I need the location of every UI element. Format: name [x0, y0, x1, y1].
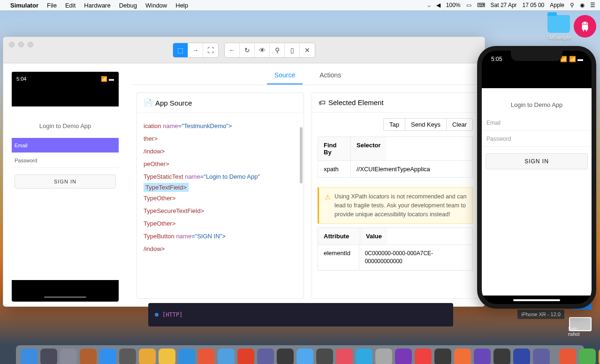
zoom-window-button[interactable] — [28, 42, 33, 47]
tab-source[interactable]: Source — [267, 67, 303, 84]
home-indicator — [44, 296, 86, 298]
preview-email-field[interactable]: Email — [12, 138, 119, 153]
refresh-button[interactable]: ↻ — [240, 43, 255, 57]
menu-file[interactable]: File — [47, 2, 57, 9]
dock-app-20[interactable] — [415, 349, 432, 364]
source-node[interactable]: peOther> — [144, 158, 297, 170]
menu-debug[interactable]: Debug — [119, 2, 137, 9]
dock-app-0[interactable] — [21, 349, 38, 364]
date[interactable]: Sat 27 Apr — [491, 2, 517, 8]
dock-app-22[interactable] — [454, 349, 471, 364]
sim-password-field[interactable]: Password — [482, 131, 592, 147]
source-node[interactable]: /indow> — [144, 145, 297, 158]
source-node[interactable]: TypeButton name="SIGN IN"> — [144, 230, 297, 243]
dock-app-18[interactable] — [375, 349, 392, 364]
dock-app-7[interactable] — [159, 349, 175, 364]
select-tool-button[interactable]: ⬚ — [173, 43, 188, 57]
simulator-device-label: iPhone XR - 12.0 — [517, 310, 564, 319]
preview-signin-button[interactable]: SIGN IN — [15, 174, 116, 189]
dock-app-19[interactable] — [395, 349, 412, 364]
terminal-window[interactable]: [HTTP] — [148, 303, 453, 326]
source-node[interactable]: ication name="TestmunkDemo"> — [144, 120, 297, 132]
close-window-button[interactable] — [9, 42, 15, 47]
source-node[interactable]: TypeStaticText name="Login to Demo App" — [144, 170, 297, 183]
dock[interactable] — [16, 345, 584, 364]
dock-app-11[interactable] — [237, 349, 254, 364]
source-node[interactable]: TypeOther> — [144, 192, 297, 205]
source-node[interactable]: ther> — [144, 132, 297, 145]
inspector-tabs: Source Actions — [131, 63, 485, 85]
copy-button[interactable]: ▯ — [285, 43, 300, 57]
volume-icon[interactable]: ◀ — [436, 2, 441, 8]
siri-icon[interactable]: ◉ — [580, 2, 585, 8]
menu-hardware[interactable]: Hardware — [84, 2, 110, 9]
input-icon[interactable]: ⌨ — [477, 2, 485, 8]
source-node[interactable]: TypeOther> — [144, 217, 297, 230]
dock-app-23[interactable] — [474, 349, 491, 364]
sim-home-indicator[interactable] — [513, 299, 560, 301]
ios-simulator-window[interactable]: 5:05 📶 📶 ▬ Login to Demo App Email Passw… — [477, 46, 596, 309]
selector-header: Selector — [351, 137, 386, 160]
window-titlebar[interactable]: ⬚ → ⛶ ← ↻ 👁 ⚲ ▯ ✕ — [3, 37, 485, 63]
dock-app-9[interactable] — [198, 349, 215, 364]
source-tree[interactable]: ication name="TestmunkDemo">ther>/indow>… — [137, 113, 304, 262]
dock-app-25[interactable] — [513, 349, 530, 364]
dock-app-28[interactable] — [579, 349, 596, 364]
tap-tool-button[interactable]: ⛶ — [203, 43, 218, 57]
sim-email-field[interactable]: Email — [482, 115, 592, 131]
attribute-table: Attribute Value elementId 0C000000-0000-… — [318, 228, 473, 271]
send-keys-button[interactable]: Send Keys — [405, 118, 446, 131]
app-name[interactable]: Simulator — [10, 2, 38, 9]
dock-app-24[interactable] — [494, 349, 510, 364]
dock-app-21[interactable] — [434, 349, 451, 364]
wifi-icon[interactable]: ⌵ — [427, 2, 431, 8]
dock-app-8[interactable] — [178, 349, 195, 364]
dock-app-6[interactable] — [139, 349, 156, 364]
notifications-icon[interactable]: ☰ — [590, 2, 595, 8]
dock-app-1[interactable] — [40, 349, 57, 364]
source-node[interactable]: /indow> — [144, 243, 297, 255]
menu-edit[interactable]: Edit — [65, 2, 76, 9]
minimize-window-button[interactable] — [18, 42, 24, 47]
app-source-title: App Source — [155, 99, 192, 107]
search-button[interactable]: ⚲ — [270, 43, 285, 57]
dock-app-17[interactable] — [356, 349, 372, 364]
record-button[interactable]: 👁 — [255, 43, 270, 57]
source-node[interactable]: TypeSecureTextField> — [144, 205, 297, 217]
quit-button[interactable]: ✕ — [300, 43, 315, 57]
source-node[interactable]: TypeTextField> — [144, 183, 189, 192]
desktop-folder-tmsample[interactable]: TMSample — [542, 15, 576, 40]
dock-app-4[interactable] — [99, 349, 116, 364]
sim-signin-button[interactable]: SIGN IN — [486, 153, 588, 169]
tap-button[interactable]: Tap — [383, 118, 405, 131]
dock-app-13[interactable] — [277, 349, 294, 364]
dock-app-3[interactable] — [80, 349, 97, 364]
elementid-value: 0C000000-0000-000​A7CE-000000000000 — [359, 245, 472, 270]
back-button[interactable]: ← — [225, 43, 240, 57]
dock-app-26[interactable] — [533, 349, 550, 364]
preview-password-field[interactable]: Password — [12, 153, 119, 168]
findby-xpath-label: xpath — [318, 161, 351, 177]
dock-app-27[interactable] — [559, 349, 576, 364]
tab-actions[interactable]: Actions — [312, 67, 349, 84]
dock-app-2[interactable] — [60, 349, 77, 364]
dock-app-16[interactable] — [336, 349, 353, 364]
spotlight-icon[interactable]: ⚲ — [570, 2, 574, 8]
user[interactable]: Apple — [550, 2, 564, 8]
window-controls[interactable] — [9, 42, 33, 47]
clear-button[interactable]: Clear — [446, 118, 473, 131]
dock-app-10[interactable] — [218, 349, 235, 364]
menu-window[interactable]: Window — [145, 2, 167, 9]
android-studio-icon[interactable] — [574, 15, 596, 38]
desktop-screenshot-file[interactable]: Setu…nshot — [569, 317, 592, 331]
folder-label: TMSample — [542, 35, 576, 40]
dock-app-12[interactable] — [257, 349, 274, 364]
device-screenshot[interactable]: 5:04 📶 ▬ Login to Demo App Email Passwor… — [12, 72, 119, 302]
swipe-tool-button[interactable]: → — [188, 43, 203, 57]
time[interactable]: 17 05 00 — [523, 2, 545, 8]
preview-time: 5:04 — [16, 76, 26, 82]
dock-app-15[interactable] — [316, 349, 333, 364]
dock-app-5[interactable] — [119, 349, 136, 364]
dock-app-14[interactable] — [296, 349, 313, 364]
menu-help[interactable]: Help — [175, 2, 188, 9]
